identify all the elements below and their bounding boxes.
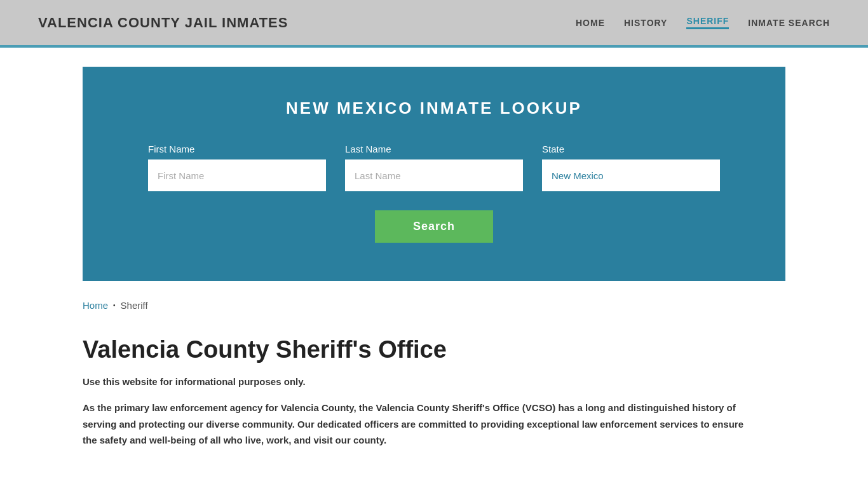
search-button[interactable]: Search (375, 210, 493, 243)
header-nav: HOME HISTORY SHERIFF INMATE SEARCH (576, 16, 830, 29)
search-title: NEW MEXICO INMATE LOOKUP (165, 98, 703, 118)
nav-home[interactable]: HOME (576, 18, 605, 28)
search-fields: First Name Last Name State (165, 144, 703, 191)
header: VALENCIA COUNTY JAIL INMATES HOME HISTOR… (0, 0, 868, 48)
search-btn-row: Search (165, 210, 703, 243)
first-name-input[interactable] (148, 159, 326, 191)
first-name-label: First Name (148, 144, 326, 154)
nav-sheriff[interactable]: SHERIFF (686, 16, 729, 29)
nav-inmate-search[interactable]: INMATE SEARCH (748, 18, 830, 28)
state-group: State (542, 144, 720, 191)
state-input[interactable] (542, 159, 720, 191)
main-content: Valencia County Sheriff's Office Use thi… (0, 323, 868, 487)
last-name-group: Last Name (345, 144, 523, 191)
content-subtitle: Use this website for informational purpo… (83, 376, 785, 387)
content-body: As the primary law enforcement agency fo… (83, 400, 750, 449)
breadcrumb: Home • Sheriff (0, 281, 868, 323)
breadcrumb-separator: • (113, 302, 116, 309)
page-title: Valencia County Sheriff's Office (83, 336, 785, 363)
breadcrumb-home[interactable]: Home (83, 300, 108, 311)
first-name-group: First Name (148, 144, 326, 191)
breadcrumb-current: Sheriff (121, 300, 148, 311)
search-section: NEW MEXICO INMATE LOOKUP First Name Last… (83, 67, 785, 281)
last-name-label: Last Name (345, 144, 523, 154)
nav-history[interactable]: HISTORY (624, 18, 667, 28)
state-label: State (542, 144, 720, 154)
site-logo: VALENCIA COUNTY JAIL INMATES (38, 15, 288, 31)
last-name-input[interactable] (345, 159, 523, 191)
